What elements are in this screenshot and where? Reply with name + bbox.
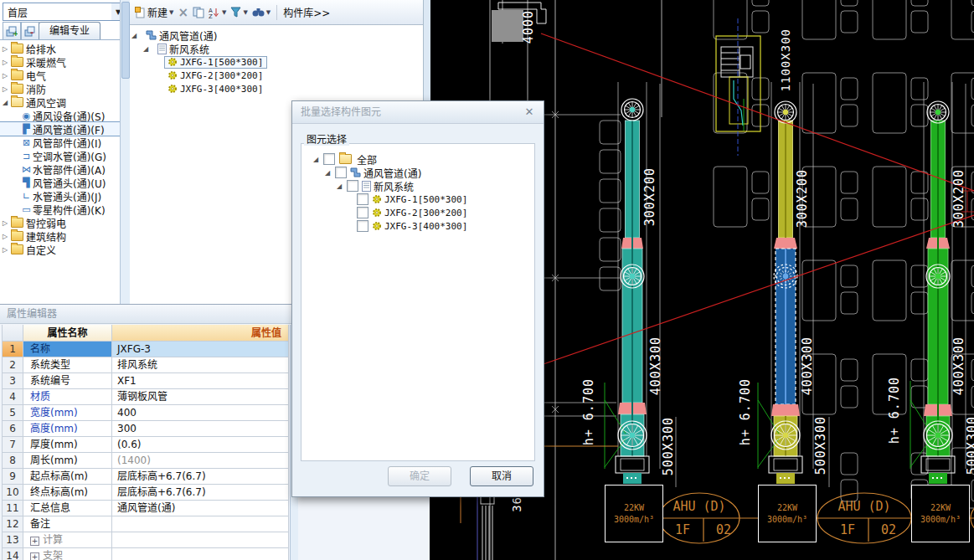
fan-icon[interactable]: [618, 421, 647, 450]
sort-button[interactable]: AZ ▼: [209, 7, 226, 18]
checkbox[interactable]: [357, 220, 368, 232]
property-value[interactable]: [112, 532, 289, 548]
sidebar-item-15[interactable]: ▷建筑结构: [0, 229, 120, 243]
property-row-7[interactable]: 7厚度(mm)(0.6): [2, 437, 296, 453]
property-value[interactable]: 400: [112, 405, 289, 421]
fan-icon[interactable]: [926, 265, 950, 288]
expand-all-button[interactable]: +: [3, 22, 21, 40]
dialog-tree-leaf-1[interactable]: JXFG-1[500*300]: [301, 193, 534, 206]
property-value[interactable]: 层底标高+6.7(6.7): [112, 485, 289, 501]
expand-arrow-icon[interactable]: ▷: [0, 59, 10, 66]
floor-selector[interactable]: 首层 ▼: [3, 3, 126, 21]
duct-reducer[interactable]: [774, 238, 797, 249]
property-row-14[interactable]: 14+支架: [2, 548, 296, 560]
dialog-tree-duct[interactable]: ◢通风管道(通): [301, 166, 534, 179]
component-item-2[interactable]: JXFG-2[300*200]: [131, 69, 266, 82]
checkbox[interactable]: [357, 193, 368, 205]
fan-icon[interactable]: [927, 101, 949, 123]
component-library-button[interactable]: 构件库>>: [283, 5, 330, 19]
tab-edit-discipline[interactable]: 编辑专业: [39, 22, 100, 40]
property-row-2[interactable]: 2系统类型排风系统: [2, 357, 296, 373]
fan-icon[interactable]: [924, 421, 952, 450]
sidebar-item-6[interactable]: ◉通风设备(通)(S): [0, 109, 120, 122]
property-value[interactable]: 层底标高+6.7(6.7): [112, 469, 289, 485]
sidebar-item-13[interactable]: ▭零星构件(通)(K): [0, 203, 120, 216]
ok-button[interactable]: 确定: [388, 466, 451, 486]
sidebar-item-9[interactable]: ⊐空调水管(通)(G): [0, 149, 120, 162]
filter-button[interactable]: ▼: [230, 7, 247, 18]
property-row-5[interactable]: 5宽度(mm)400: [2, 405, 296, 421]
property-value[interactable]: 300: [112, 421, 289, 437]
expand-plus-icon[interactable]: +: [30, 552, 39, 560]
sidebar-item-10[interactable]: ⋈水管部件(通)(A): [0, 162, 120, 176]
ahu-equipment-box[interactable]: 22KW 3000m/h³: [911, 485, 970, 542]
dialog-tree-system[interactable]: ◢新风系统: [301, 179, 534, 193]
expand-plus-icon[interactable]: +: [30, 537, 39, 546]
collapse-arrow-icon[interactable]: ◢: [313, 156, 323, 163]
sidebar-item-1[interactable]: ▷给排水: [0, 42, 120, 55]
checkbox[interactable]: [347, 180, 358, 192]
property-value[interactable]: XF1: [112, 373, 289, 389]
property-value[interactable]: [112, 548, 289, 560]
copy-button[interactable]: [193, 7, 204, 18]
property-value[interactable]: (0.6): [112, 437, 289, 453]
expand-arrow-icon[interactable]: ▷: [0, 85, 10, 93]
property-row-1[interactable]: 1名称JXFG-3: [2, 342, 296, 357]
property-value[interactable]: (1400): [112, 453, 289, 469]
property-row-12[interactable]: 12备注: [2, 516, 296, 532]
sidebar-item-7[interactable]: ▛通风管道(通)(F): [0, 122, 120, 136]
new-button[interactable]: 新建 ▼: [135, 5, 173, 19]
expand-arrow-icon[interactable]: ▷: [0, 219, 10, 227]
sidebar-item-11[interactable]: ▜风管通头(通)(U): [0, 176, 120, 189]
property-row-9[interactable]: 9起点标高(m)层底标高+6.7(6.7): [2, 469, 296, 485]
expand-arrow-icon[interactable]: ▷: [0, 233, 10, 240]
property-value[interactable]: 排风系统: [112, 357, 289, 373]
checkbox[interactable]: [357, 207, 368, 218]
tree-root-duct[interactable]: ◢通风管道(通): [131, 28, 266, 42]
collapse-arrow-icon[interactable]: ◢: [325, 169, 335, 177]
dialog-tree-leaf-2[interactable]: JXFG-2[300*200]: [301, 206, 534, 219]
sidebar-item-5[interactable]: ◢通风空调: [0, 95, 120, 109]
dialog-tree-leaf-3[interactable]: JXFG-3[400*300]: [301, 219, 534, 233]
property-value[interactable]: 薄钢板风管: [112, 389, 289, 405]
property-row-10[interactable]: 10终点标高(m)层底标高+6.7(6.7): [2, 485, 296, 501]
left-panel-scrollbar[interactable]: [120, 0, 130, 304]
property-value[interactable]: 通风管道(通): [112, 501, 289, 516]
checkbox[interactable]: [335, 167, 347, 178]
expand-arrow-icon[interactable]: ▷: [0, 45, 10, 53]
property-row-4[interactable]: 4材质薄钢板风管: [2, 389, 296, 405]
checkbox[interactable]: [323, 153, 335, 165]
sidebar-item-4[interactable]: ▷消防: [0, 82, 120, 95]
collapse-arrow-icon[interactable]: ◢: [143, 45, 155, 53]
dialog-tree-all[interactable]: ◢全部: [301, 152, 534, 166]
property-row-11[interactable]: 11汇总信息通风管道(通): [2, 501, 296, 516]
ahu-equipment-box[interactable]: 22KW 3000m/h³: [758, 485, 817, 542]
fan-icon[interactable]: [621, 99, 643, 121]
find-button[interactable]: ▼: [252, 7, 271, 18]
property-value[interactable]: JXFG-3: [112, 342, 289, 357]
delete-button[interactable]: ×: [178, 5, 188, 20]
duct-reducer[interactable]: [771, 404, 800, 416]
collapse-all-button[interactable]: -: [21, 22, 39, 40]
sidebar-item-14[interactable]: ▷智控弱电: [0, 216, 120, 229]
property-row-3[interactable]: 3系统编号XF1: [2, 373, 296, 389]
ahu-equipment-box[interactable]: 22KW 3000m/h³: [605, 485, 663, 542]
property-row-8[interactable]: 8周长(mm)(1400): [2, 453, 296, 469]
property-row-6[interactable]: 6高度(mm)300: [2, 421, 296, 437]
property-row-13[interactable]: 13+计算: [2, 532, 296, 548]
sidebar-item-3[interactable]: ▷电气: [0, 69, 120, 82]
tree-group-fresh-air[interactable]: ◢新风系统: [131, 42, 266, 55]
fan-icon[interactable]: [621, 265, 644, 288]
collapse-arrow-icon[interactable]: ◢: [337, 182, 347, 190]
close-icon[interactable]: ✕: [522, 105, 537, 120]
collapse-arrow-icon[interactable]: ◢: [0, 99, 10, 106]
property-value[interactable]: [112, 516, 289, 532]
sidebar-item-16[interactable]: ▷自定义: [0, 243, 120, 256]
sidebar-item-8[interactable]: ⊠风管部件(通)(I): [0, 136, 120, 149]
collapse-arrow-icon[interactable]: ◢: [131, 32, 143, 39]
cancel-button[interactable]: 取消: [470, 466, 533, 486]
expand-arrow-icon[interactable]: ▷: [0, 72, 10, 80]
sidebar-item-2[interactable]: ▷采暖燃气: [0, 55, 120, 69]
component-item-3[interactable]: JXFG-3[400*300]: [131, 82, 266, 95]
sidebar-item-12[interactable]: ∟水管通头(通)(J): [0, 189, 120, 203]
